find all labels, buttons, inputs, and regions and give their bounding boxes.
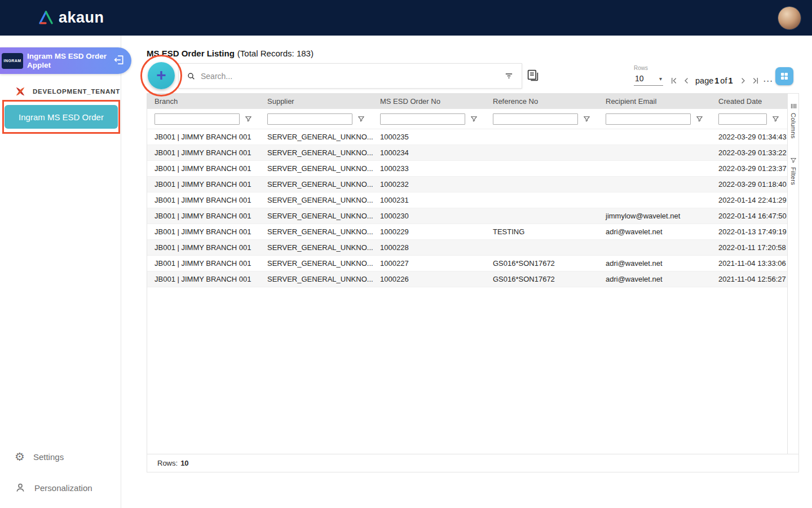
- card-view-icon[interactable]: [526, 68, 540, 82]
- filter-list-icon[interactable]: [504, 71, 514, 81]
- table-row[interactable]: JB001 | JIMMY BRANCH 001SERVER_GENERAL_U…: [147, 177, 787, 192]
- sidebar: INGRAM Ingram MS ESD Order Applet DEVELO…: [0, 36, 121, 508]
- column-header-branch[interactable]: Branch: [147, 97, 260, 106]
- akaun-logo-icon: [38, 11, 54, 25]
- filters-icon: [790, 157, 797, 164]
- page-indicator: page1of1: [695, 76, 734, 85]
- column-filter-input-recipient_email[interactable]: [606, 113, 691, 125]
- cell-branch: JB001 | JIMMY BRANCH 001: [147, 196, 260, 204]
- column-filter-input-order_no[interactable]: [380, 113, 465, 125]
- filter-funnel-icon[interactable]: [696, 115, 703, 122]
- column-filter-input-supplier[interactable]: [267, 113, 352, 125]
- cell-recipient_email: adri@wavelet.net: [598, 259, 711, 268]
- cell-created_date: 2022-01-14 22:41:29: [711, 196, 787, 204]
- filter-cell-branch: [147, 113, 260, 125]
- settings-label: Settings: [33, 452, 64, 462]
- table-row[interactable]: JB001 | JIMMY BRANCH 001SERVER_GENERAL_U…: [147, 192, 787, 208]
- rail-item-columns[interactable]: Columns: [790, 103, 797, 139]
- column-header-reference_no[interactable]: Reference No: [486, 97, 598, 106]
- cell-supplier: SERVER_GENERAL_UNKNO...: [260, 259, 373, 268]
- cell-created_date: 2021-11-04 13:33:06: [711, 259, 787, 268]
- column-filter-input-created_date[interactable]: [718, 113, 767, 125]
- filter-cell-recipient_email: [598, 113, 711, 125]
- table-row[interactable]: JB001 | JIMMY BRANCH 001SERVER_GENERAL_U…: [147, 240, 787, 256]
- column-header-order_no[interactable]: MS ESD Order No: [373, 97, 486, 106]
- sidebar-item-applet[interactable]: INGRAM Ingram MS ESD Order Applet: [0, 47, 131, 74]
- akaun-logo: akaun: [38, 9, 104, 27]
- tenant-row[interactable]: DEVELOPMENT_TENANT: [0, 85, 121, 98]
- cell-supplier: SERVER_GENERAL_UNKNO...: [260, 180, 373, 189]
- cell-recipient_email: adri@wavelet.net: [598, 227, 711, 236]
- table-row[interactable]: JB001 | JIMMY BRANCH 001SERVER_GENERAL_U…: [147, 129, 787, 145]
- filter-funnel-icon[interactable]: [470, 115, 478, 122]
- page-title-text: MS ESD Order Listing: [147, 49, 235, 58]
- search-icon: [187, 72, 196, 81]
- add-order-button[interactable]: +: [148, 62, 175, 89]
- sidebar-item-ingram-ms-esd-order[interactable]: Ingram MS ESD Order: [5, 105, 118, 129]
- akaun-logo-text: akaun: [59, 9, 104, 27]
- search-input[interactable]: [201, 72, 499, 81]
- filter-funnel-icon[interactable]: [583, 115, 590, 122]
- table-row[interactable]: JB001 | JIMMY BRANCH 001SERVER_GENERAL_U…: [147, 271, 787, 287]
- cell-supplier: SERVER_GENERAL_UNKNO...: [260, 227, 373, 236]
- table-row[interactable]: JB001 | JIMMY BRANCH 001SERVER_GENERAL_U…: [147, 145, 787, 161]
- cell-created_date: 2022-01-13 17:49:19: [711, 227, 787, 236]
- rows-per-page-select[interactable]: 10 ▾: [634, 72, 663, 86]
- next-page-button[interactable]: [737, 75, 749, 87]
- ingram-badge: INGRAM: [2, 53, 23, 69]
- cell-order_no: 1000235: [373, 133, 486, 141]
- total-pages: 1: [728, 76, 732, 85]
- cell-branch: JB001 | JIMMY BRANCH 001: [147, 212, 260, 220]
- plus-icon: +: [156, 65, 166, 85]
- cell-recipient_email: jimmylow@wavelet.net: [598, 212, 711, 220]
- sidebar-item-settings[interactable]: ⚙ Settings: [15, 451, 64, 462]
- footer-rows-label: Rows:: [157, 459, 178, 467]
- table-row[interactable]: JB001 | JIMMY BRANCH 001SERVER_GENERAL_U…: [147, 256, 787, 271]
- table-filter-row: [147, 109, 787, 129]
- page-title: MS ESD Order Listing(Total Records: 183): [147, 49, 314, 58]
- avatar[interactable]: [778, 7, 801, 29]
- filter-cell-order_no: [373, 113, 486, 125]
- cell-order_no: 1000229: [373, 227, 486, 236]
- column-header-supplier[interactable]: Supplier: [260, 97, 373, 106]
- cell-supplier: SERVER_GENERAL_UNKNO...: [260, 196, 373, 204]
- filters-rail-label: Filters: [790, 167, 797, 185]
- cell-order_no: 1000226: [373, 275, 486, 283]
- sidebar-item-personalization[interactable]: Personalization: [15, 482, 92, 493]
- column-header-created_date[interactable]: Created Date: [711, 97, 787, 106]
- cell-supplier: SERVER_GENERAL_UNKNO...: [260, 275, 373, 283]
- column-header-recipient_email[interactable]: Recipient Email: [598, 97, 711, 106]
- rows-per-page-widget: Rows 10 ▾: [634, 65, 663, 86]
- first-page-button[interactable]: [668, 75, 680, 87]
- table-row[interactable]: JB001 | JIMMY BRANCH 001SERVER_GENERAL_U…: [147, 208, 787, 224]
- cell-created_date: 2022-03-29 01:34:43: [711, 133, 787, 141]
- filter-funnel-icon[interactable]: [358, 115, 365, 122]
- cell-order_no: 1000230: [373, 212, 486, 220]
- cell-supplier: SERVER_GENERAL_UNKNO...: [260, 148, 373, 157]
- cell-branch: JB001 | JIMMY BRANCH 001: [147, 259, 260, 268]
- cell-order_no: 1000228: [373, 243, 486, 252]
- previous-page-button[interactable]: [680, 75, 692, 87]
- cell-supplier: SERVER_GENERAL_UNKNO...: [260, 164, 373, 173]
- filter-funnel-icon[interactable]: [772, 115, 779, 122]
- rows-caption: Rows: [634, 65, 663, 71]
- cell-created_date: 2022-03-29 01:23:37: [711, 164, 787, 173]
- last-page-button[interactable]: [749, 75, 762, 87]
- more-options-icon[interactable]: ⋯: [762, 75, 774, 87]
- filter-funnel-icon[interactable]: [245, 115, 252, 122]
- table-row[interactable]: JB001 | JIMMY BRANCH 001SERVER_GENERAL_U…: [147, 161, 787, 177]
- cell-order_no: 1000233: [373, 164, 486, 173]
- cell-order_no: 1000234: [373, 148, 486, 157]
- app-root: akaun INGRAM Ingram MS ESD Order Applet …: [0, 0, 812, 508]
- pagination: page1of1 ⋯: [668, 75, 774, 87]
- table-body: JB001 | JIMMY BRANCH 001SERVER_GENERAL_U…: [147, 129, 798, 287]
- exit-applet-icon[interactable]: [113, 54, 125, 68]
- table-row[interactable]: JB001 | JIMMY BRANCH 001SERVER_GENERAL_U…: [147, 224, 787, 240]
- grid-view-button[interactable]: [775, 67, 793, 85]
- cell-reference_no: TESTING: [486, 227, 598, 236]
- column-filter-input-branch[interactable]: [155, 113, 240, 125]
- cell-supplier: SERVER_GENERAL_UNKNO...: [260, 243, 373, 252]
- rail-item-filters[interactable]: Filters: [790, 157, 797, 185]
- column-filter-input-reference_no[interactable]: [493, 113, 578, 125]
- cell-supplier: SERVER_GENERAL_UNKNO...: [260, 212, 373, 220]
